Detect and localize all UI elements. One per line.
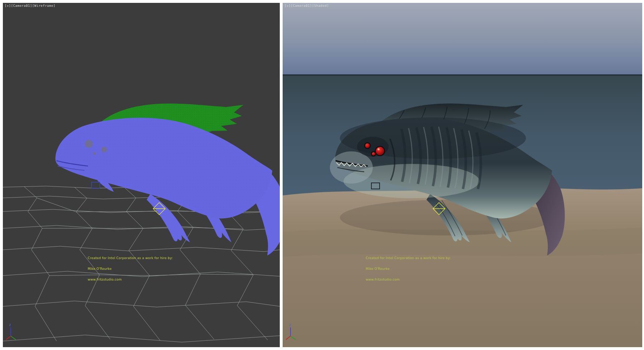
fish-eye-small: [101, 147, 107, 152]
credit-line-3: www.fritzstudio.com: [366, 278, 451, 281]
sky-background: [283, 3, 642, 74]
credit-line-2: Mike O'Rourke: [88, 267, 173, 271]
shaded-scene-canvas[interactable]: z: [283, 3, 642, 347]
viewport-shaded[interactable]: [+][Camera01][Shaded]: [283, 3, 642, 347]
credit-line-1: Created for Intel Corporation as a work …: [88, 256, 173, 260]
wireframe-scene-canvas[interactable]: z: [3, 3, 280, 347]
viewport-label-wireframe[interactable]: [+][Camera01][Wireframe]: [5, 4, 55, 8]
fish-eye-dot: [93, 152, 96, 155]
scene-credit-text: Created for Intel Corporation as a work …: [366, 249, 451, 288]
bone-helper-box[interactable]: [92, 182, 100, 188]
viewport-wireframe[interactable]: [+][Camera01][Wireframe]: [3, 3, 280, 347]
eye-highlight: [377, 148, 380, 150]
head-highlight: [330, 151, 373, 184]
credit-line-2: Mike O'Rourke: [366, 267, 451, 271]
wireframe-texture: [55, 118, 272, 218]
fish-eye-large: [375, 146, 385, 156]
fish-eye-large: [85, 140, 93, 148]
axis-z-label: z: [9, 323, 11, 327]
scene-credit-text: Created for Intel Corporation as a work …: [88, 249, 173, 288]
viewport-label-shaded[interactable]: [+][Camera01][Shaded]: [284, 4, 329, 8]
fish-eye-dot: [371, 152, 376, 156]
axis-z-label: z: [289, 323, 291, 327]
credit-line-3: www.fritzstudio.com: [88, 278, 173, 281]
world-axis-icon: z: [6, 323, 16, 340]
horizon-line: [283, 74, 642, 76]
credit-line-1: Created for Intel Corporation as a work …: [366, 256, 451, 260]
fish-model-wireframe[interactable]: [55, 118, 280, 256]
fish-eye-small: [365, 143, 370, 149]
